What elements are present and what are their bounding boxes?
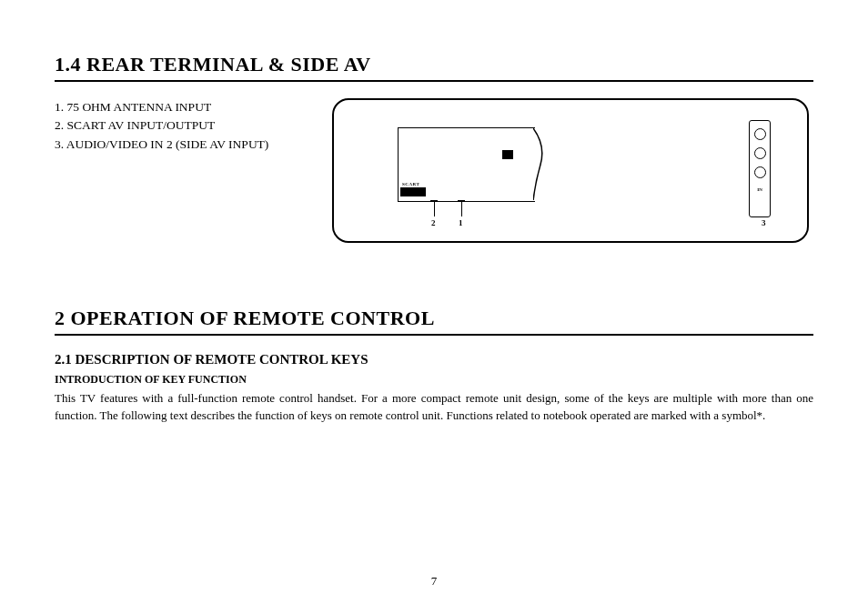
list-item: 1. 75 OHM ANTENNA INPUT — [55, 98, 328, 116]
rear-panel-curve — [533, 127, 551, 200]
body-paragraph: This TV features with a full-function re… — [55, 390, 813, 425]
callout-line — [434, 200, 435, 216]
section-1-4-heading: 1.4 REAR TERMINAL & SIDE AV — [55, 53, 813, 76]
scart-label: SCART — [402, 182, 419, 186]
manual-page: 1.4 REAR TERMINAL & SIDE AV 1. 75 OHM AN… — [0, 0, 868, 614]
av-jack-icon — [754, 147, 766, 159]
antenna-connector-icon — [502, 150, 513, 159]
diagram-label-1: 1 — [459, 218, 463, 227]
diagram-label-3: 3 — [762, 218, 766, 227]
page-number: 7 — [0, 574, 868, 589]
section-2-1-heading: 2.1 DESCRIPTION OF REMOTE CONTROL KEYS — [55, 352, 813, 367]
scart-connector-icon — [400, 187, 426, 196]
av-jack-icon — [754, 128, 766, 140]
divider — [55, 80, 813, 82]
diagram-label-2: 2 — [431, 218, 436, 227]
section-2-heading: 2 OPERATION OF REMOTE CONTROL — [55, 307, 813, 330]
av-jack-icon — [754, 166, 766, 178]
intro-label: INTRODUCTION OF KEY FUNCTION — [55, 373, 813, 387]
divider — [55, 334, 813, 336]
in-label: IN — [750, 187, 770, 192]
terminal-list: 1. 75 OHM ANTENNA INPUT 2. SCART AV INPU… — [55, 98, 328, 154]
terminal-diagram: SCART 2 1 IN 3 — [328, 98, 813, 243]
diagram-frame: SCART 2 1 IN 3 — [332, 98, 809, 243]
list-item: 3. AUDIO/VIDEO IN 2 (SIDE AV INPUT) — [55, 136, 328, 154]
side-av-panel: IN — [749, 120, 771, 217]
callout-line — [461, 200, 462, 216]
section-1-4-content: 1. 75 OHM ANTENNA INPUT 2. SCART AV INPU… — [55, 98, 813, 243]
list-item: 2. SCART AV INPUT/OUTPUT — [55, 116, 328, 135]
